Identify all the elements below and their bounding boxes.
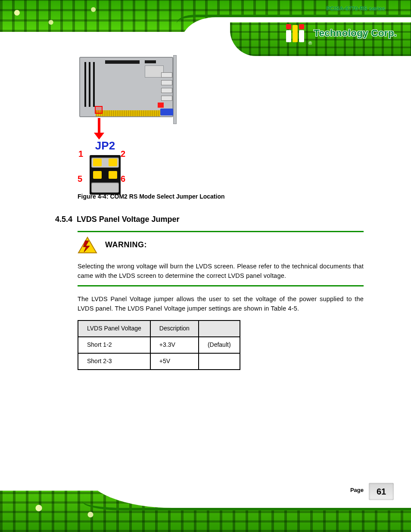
section-number: 4.5.4 [55, 215, 72, 224]
page-body: JP2 1 2 5 6 Figure 4-4: COM2 RS Mode Sel… [0, 54, 411, 370]
pin-number-1: 1 [78, 147, 83, 161]
table-cell: (Default) [199, 337, 240, 353]
brand-logo: ® Technology Corp. [286, 21, 398, 46]
pin-number-2: 2 [121, 147, 125, 161]
table-cell [199, 353, 240, 370]
divider [78, 285, 364, 286]
section-title: LVDS Panel Voltage Jumper [77, 215, 179, 224]
registered-icon: ® [308, 40, 312, 46]
table-cell: Short 1-2 [78, 337, 150, 353]
board-illustration [79, 57, 173, 117]
jumper-callout: JP2 [79, 137, 131, 195]
table-row: Short 1-2 +3.3V (Default) [78, 337, 240, 353]
page-label: Page [350, 487, 364, 493]
header-banner: PCISA-6770-RS series ® Technology Corp. [0, 0, 411, 54]
table-cell: +3.3V [150, 337, 199, 353]
jumper-settings-table: LVDS Panel Voltage Description Short 1-2… [78, 320, 240, 370]
body-paragraph: The LVDS Panel Voltage jumper allows the… [78, 294, 364, 314]
table-header-cell: LVDS Panel Voltage [78, 320, 150, 337]
pin-number-6: 6 [121, 172, 125, 186]
jumper-highlight-icon [95, 106, 103, 114]
warning-callout: WARNING: Selecting the wrong voltage wil… [78, 231, 364, 286]
table-cell: Short 2-3 [78, 353, 150, 370]
divider [78, 231, 364, 232]
iei-mark-icon [286, 24, 304, 42]
warning-body: Selecting the wrong voltage will burn th… [78, 261, 364, 281]
table-row: Short 2-3 +5V [78, 353, 240, 370]
jumper-location-figure: JP2 1 2 5 6 [79, 57, 178, 186]
section-heading: 4.5.4 LVDS Panel Voltage Jumper [55, 214, 364, 226]
pin-number-5: 5 [78, 172, 82, 186]
brand-name: Technology Corp. [314, 28, 397, 39]
table-cell: +5V [150, 353, 199, 370]
footer-banner: Page 61 [0, 474, 411, 532]
table-header-row: LVDS Panel Voltage Description [78, 320, 240, 337]
svg-marker-0 [78, 237, 97, 253]
page-number: 61 [369, 483, 394, 500]
jumper-pin-grid [90, 155, 121, 195]
warning-icon [78, 236, 97, 254]
warning-title: WARNING: [105, 239, 147, 251]
document-title: PCISA-6770-RS series [326, 5, 385, 12]
table-header-cell: Description [150, 320, 199, 337]
table-header-cell [199, 320, 240, 337]
